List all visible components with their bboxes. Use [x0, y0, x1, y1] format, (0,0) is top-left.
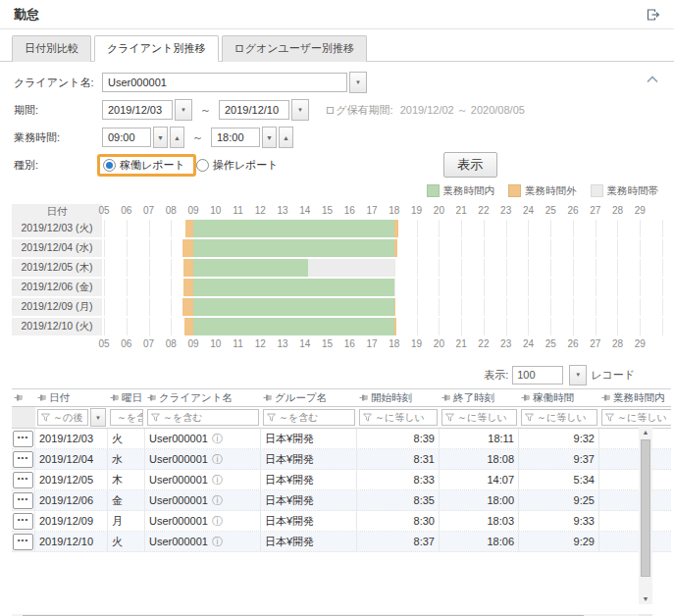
info-icon[interactable]: ⓘ: [212, 432, 223, 446]
hour-label: 16: [344, 205, 355, 216]
gridline: [127, 318, 128, 335]
gridline: [596, 239, 596, 257]
table-row[interactable]: •••2019/12/03火User000001ⓘ日本¥開発8:3918:119…: [12, 429, 671, 449]
gridline: [640, 318, 641, 335]
export-icon[interactable]: [646, 8, 660, 22]
gridline: [573, 220, 574, 237]
legend-item: 業務時間帯: [591, 184, 659, 198]
tab-2[interactable]: ログオンユーザー別推移: [222, 35, 368, 62]
table-row[interactable]: •••2019/12/04水User000001ⓘ日本¥開発8:3118:089…: [12, 449, 671, 470]
gridline: [528, 239, 529, 257]
hours-to-spin-down-icon[interactable]: ▼: [262, 127, 277, 148]
cell-1: 2019/12/10: [35, 532, 108, 551]
filter-input-3[interactable]: ～を含む: [147, 409, 259, 426]
column-header-3[interactable]: クライアント名: [145, 389, 261, 406]
scroll-down-icon[interactable]: ▼: [643, 593, 649, 604]
gridline: [617, 318, 618, 335]
hour-label: 14: [299, 338, 310, 349]
hours-from-spin-up-icon[interactable]: ▲: [170, 127, 184, 148]
table-row[interactable]: •••2019/12/05木User000001ⓘ日本¥開発8:3314:075…: [12, 470, 671, 490]
gridline: [596, 298, 596, 316]
info-icon[interactable]: ⓘ: [212, 514, 223, 529]
grid-empty-area: [12, 552, 671, 611]
hour-label: 05: [98, 205, 109, 216]
info-icon[interactable]: ⓘ: [212, 473, 223, 488]
column-header-2[interactable]: 曜日: [108, 389, 145, 406]
vertical-scroll-thumb[interactable]: [641, 439, 650, 577]
hour-label: 23: [500, 205, 511, 216]
gridline: [662, 259, 663, 277]
hour-label: 29: [635, 205, 646, 216]
page-size-dropdown-icon[interactable]: ▼: [569, 365, 587, 385]
tab-1[interactable]: クライアント別推移: [94, 35, 219, 62]
gridline: [417, 220, 418, 237]
chart-row-track: [104, 279, 662, 296]
show-button[interactable]: 表示: [443, 152, 497, 178]
info-icon[interactable]: ⓘ: [212, 452, 223, 467]
table-row[interactable]: •••2019/12/06金User000001ⓘ日本¥開発8:3518:009…: [12, 490, 671, 511]
period-to-input[interactable]: 2019/12/10: [219, 100, 289, 120]
gridline: [662, 239, 663, 257]
period-from-dropdown-icon[interactable]: ▼: [175, 99, 192, 121]
period-to-dropdown-icon[interactable]: ▼: [291, 99, 309, 121]
filter-input-7[interactable]: ～に等しい: [521, 409, 597, 426]
info-icon[interactable]: ⓘ: [212, 493, 223, 508]
gridline: [439, 220, 440, 237]
radio-action-report[interactable]: 操作レポート: [196, 158, 279, 173]
row-menu-button[interactable]: •••: [13, 534, 33, 550]
row-menu-button[interactable]: •••: [13, 431, 33, 447]
legend-swatch: [508, 184, 521, 197]
row-menu-button[interactable]: •••: [13, 472, 33, 488]
row-menu-button[interactable]: •••: [13, 451, 33, 468]
info-icon[interactable]: ⓘ: [212, 535, 223, 549]
row-menu-button[interactable]: •••: [13, 492, 33, 509]
filter-funnel-icon: [363, 413, 372, 422]
radio-unselected-icon: [196, 159, 209, 172]
table-row[interactable]: •••2019/12/09月User000001ⓘ日本¥開発8:3018:039…: [12, 511, 671, 532]
cell-8: [599, 511, 671, 531]
vertical-scrollbar[interactable]: ▲ ▼: [639, 427, 652, 604]
column-header-8[interactable]: 業務時間内: [599, 389, 671, 406]
gridline: [149, 279, 150, 296]
hours-from-spin-down-icon[interactable]: ▼: [153, 127, 168, 148]
filter-input-8[interactable]: ～に等しい: [601, 409, 671, 426]
filter-dropdown-icon[interactable]: ▼: [90, 408, 106, 427]
client-dropdown-icon[interactable]: ▼: [349, 72, 367, 93]
column-header-1[interactable]: 日付: [35, 389, 108, 406]
page-size-select[interactable]: 100: [512, 366, 563, 385]
hours-to-spin-up-icon[interactable]: ▲: [279, 127, 293, 148]
column-header-5[interactable]: 開始時刻: [357, 389, 440, 406]
gridline: [417, 279, 418, 296]
cell-8: [599, 470, 671, 489]
filter-input-6[interactable]: ～に等しい: [441, 409, 517, 426]
filter-input-5[interactable]: ～に等しい: [359, 409, 438, 426]
log-retention: ログ保有期間: 2019/12/02 ～ 2020/08/05: [325, 103, 525, 118]
row-menu-button[interactable]: •••: [13, 513, 33, 530]
client-name-input[interactable]: User000001: [102, 73, 347, 92]
gridline: [550, 239, 551, 257]
hours-to-input[interactable]: 18:00: [211, 128, 260, 147]
cell-0: •••: [12, 511, 35, 531]
column-header-6[interactable]: 終了時刻: [440, 389, 519, 406]
hour-label: 12: [255, 338, 266, 349]
hour-label: 08: [166, 338, 177, 349]
legend-label: 業務時間帯: [607, 184, 659, 198]
gridline: [439, 279, 440, 296]
chart-row-track: [104, 220, 662, 237]
table-row[interactable]: •••2019/12/10火User000001ⓘ日本¥開発8:3718:069…: [12, 532, 671, 552]
hours-from-input[interactable]: 09:00: [102, 128, 151, 147]
chart-axis-top: 日付 0506070809101112131415161718192021222…: [12, 204, 662, 220]
filter-input-2[interactable]: ～を含む: [110, 409, 143, 426]
filter-input-4[interactable]: ～を含む: [263, 409, 355, 426]
gridline: [171, 220, 172, 237]
cell-8: [599, 532, 671, 551]
radio-operation-report[interactable]: 稼働レポート: [103, 158, 185, 173]
period-from-input[interactable]: 2019/12/03: [102, 100, 173, 120]
attendance-app: 勤怠 日付別比較クライアント別推移ログオンユーザー別推移 クライアント名: Us…: [0, 0, 674, 616]
scroll-up-icon[interactable]: ▲: [643, 427, 649, 437]
column-header-7[interactable]: 稼働時間: [519, 389, 599, 406]
tab-0[interactable]: 日付別比較: [12, 35, 91, 62]
filter-input-1[interactable]: ～の後: [37, 409, 88, 426]
column-header-4[interactable]: グループ名: [261, 389, 357, 406]
bar-segment-out: [183, 279, 193, 296]
